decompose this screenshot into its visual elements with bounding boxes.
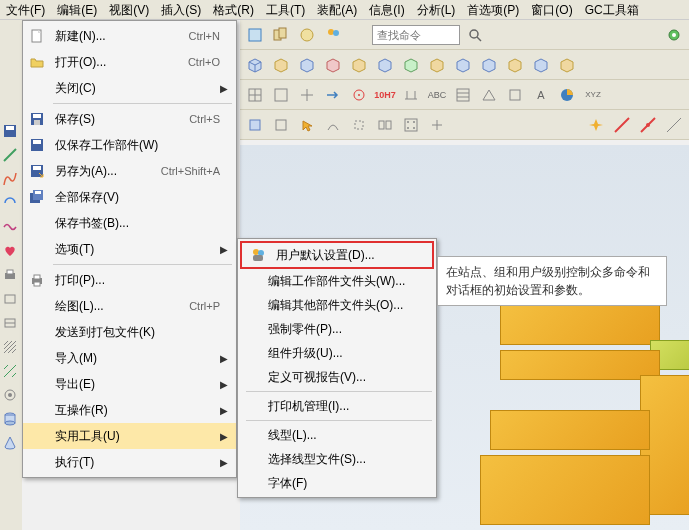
triangle-icon[interactable] — [478, 84, 500, 106]
line-icon[interactable] — [611, 114, 633, 136]
grid-icon[interactable] — [270, 84, 292, 106]
spark-icon[interactable] — [585, 114, 607, 136]
plus-icon[interactable] — [426, 114, 448, 136]
cube-icon[interactable] — [270, 54, 292, 76]
menu-format[interactable]: 格式(R) — [207, 0, 260, 19]
grid-icon[interactable] — [400, 114, 422, 136]
search-input[interactable] — [372, 25, 460, 45]
abc-icon[interactable]: ABC — [426, 84, 448, 106]
square-icon[interactable] — [270, 114, 292, 136]
heart-icon[interactable] — [0, 240, 20, 262]
menu-item[interactable]: 导出(E)▶ — [23, 371, 236, 397]
menu-view[interactable]: 视图(V) — [103, 0, 155, 19]
cube-icon[interactable] — [504, 54, 526, 76]
text-icon[interactable]: 10H7 — [374, 84, 396, 106]
line-icon[interactable] — [663, 114, 685, 136]
table-icon[interactable] — [452, 84, 474, 106]
menu-item[interactable]: 实用工具(U)▶ — [23, 423, 236, 449]
submenu-item[interactable]: 编辑工作部件文件头(W)... — [238, 269, 436, 293]
cube-icon[interactable] — [530, 54, 552, 76]
save-icon[interactable] — [0, 120, 20, 142]
menu-item[interactable]: 打印(P)... — [23, 267, 236, 293]
cube-icon[interactable] — [478, 54, 500, 76]
curve-tool-icon[interactable] — [0, 168, 20, 190]
submenu-item[interactable]: 组件升级(U)... — [238, 341, 436, 365]
menu-item[interactable]: 选项(T)▶ — [23, 236, 236, 262]
cube-icon[interactable] — [426, 54, 448, 76]
pie-icon[interactable] — [556, 84, 578, 106]
cube-icon[interactable] — [374, 54, 396, 76]
tool-icon[interactable] — [270, 24, 292, 46]
dimension-icon[interactable] — [400, 84, 422, 106]
submenu-item[interactable]: 强制零件(P)... — [238, 317, 436, 341]
arc-icon[interactable] — [322, 114, 344, 136]
wave-tool-icon[interactable] — [0, 216, 20, 238]
pointer-icon[interactable] — [296, 114, 318, 136]
print-icon[interactable] — [0, 264, 20, 286]
cube-icon[interactable] — [400, 54, 422, 76]
hatch-icon[interactable] — [0, 360, 20, 382]
xyz-icon[interactable]: XYZ — [582, 84, 604, 106]
cube-icon[interactable] — [556, 54, 578, 76]
cube-icon[interactable] — [348, 54, 370, 76]
box-icon[interactable] — [504, 84, 526, 106]
menu-item[interactable]: 仅保存工作部件(W) — [23, 132, 236, 158]
arrow-icon[interactable] — [322, 84, 344, 106]
menu-gc[interactable]: GC工具箱 — [579, 0, 645, 19]
gear-icon[interactable] — [663, 24, 685, 46]
menu-item[interactable]: 打开(O)...Ctrl+O — [23, 49, 236, 75]
menu-item[interactable]: 另存为(A)...Ctrl+Shift+A — [23, 158, 236, 184]
submenu-item[interactable]: 选择线型文件(S)... — [238, 447, 436, 471]
target-icon[interactable] — [348, 84, 370, 106]
user-defaults-item[interactable]: 用户默认设置(D)... — [242, 243, 432, 267]
tool-icon[interactable] — [244, 24, 266, 46]
menu-analysis[interactable]: 分析(L) — [411, 0, 462, 19]
cylinder-icon[interactable] — [0, 408, 20, 430]
a-icon[interactable]: A — [530, 84, 552, 106]
cube-icon[interactable] — [322, 54, 344, 76]
menu-assembly[interactable]: 装配(A) — [311, 0, 363, 19]
menu-tools[interactable]: 工具(T) — [260, 0, 311, 19]
menu-item[interactable]: 执行(T)▶ — [23, 449, 236, 475]
rect-tool-icon[interactable] — [0, 288, 20, 310]
mirror-icon[interactable] — [374, 114, 396, 136]
menu-file[interactable]: 文件(F) — [0, 0, 51, 19]
menu-item[interactable]: 互操作(R)▶ — [23, 397, 236, 423]
submenu-item[interactable]: 编辑其他部件文件头(O)... — [238, 293, 436, 317]
resize-icon[interactable] — [348, 114, 370, 136]
submenu-item[interactable]: 定义可视报告(V)... — [238, 365, 436, 389]
grid-icon[interactable] — [244, 84, 266, 106]
menu-edit[interactable]: 编辑(E) — [51, 0, 103, 19]
hatch-icon[interactable] — [0, 336, 20, 358]
cube-icon[interactable] — [452, 54, 474, 76]
menu-item[interactable]: 全部保存(V) — [23, 184, 236, 210]
arc-tool-icon[interactable] — [0, 192, 20, 214]
line-icon[interactable] — [637, 114, 659, 136]
menu-item[interactable]: 绘图(L)...Ctrl+P — [23, 293, 236, 319]
rect-tool-icon[interactable] — [0, 312, 20, 334]
menu-insert[interactable]: 插入(S) — [155, 0, 207, 19]
menu-preferences[interactable]: 首选项(P) — [461, 0, 525, 19]
cube-icon[interactable] — [244, 54, 266, 76]
menu-window[interactable]: 窗口(O) — [525, 0, 578, 19]
cone-icon[interactable] — [0, 432, 20, 454]
submenu-item[interactable]: 打印机管理(I)... — [238, 394, 436, 418]
submenu-item[interactable]: 字体(F) — [238, 471, 436, 495]
square-icon[interactable] — [244, 114, 266, 136]
people-icon[interactable] — [322, 24, 344, 46]
menu-item[interactable]: 导入(M)▶ — [23, 345, 236, 371]
menu-item[interactable]: 保存(S)Ctrl+S — [23, 106, 236, 132]
menu-info[interactable]: 信息(I) — [363, 0, 410, 19]
menu-item[interactable]: 保存书签(B)... — [23, 210, 236, 236]
search-icon[interactable] — [464, 24, 486, 46]
cube-icon[interactable] — [296, 54, 318, 76]
menu-item[interactable]: 关闭(C)▶ — [23, 75, 236, 101]
menu-item[interactable]: 新建(N)...Ctrl+N — [23, 23, 236, 49]
menu-label: 编辑工作部件文件头(W)... — [268, 273, 428, 290]
menu-item[interactable]: 发送到打包文件(K) — [23, 319, 236, 345]
line-tool-icon[interactable] — [0, 144, 20, 166]
gear-icon[interactable] — [0, 384, 20, 406]
axis-icon[interactable] — [296, 84, 318, 106]
submenu-item[interactable]: 线型(L)... — [238, 423, 436, 447]
tool-icon[interactable] — [296, 24, 318, 46]
